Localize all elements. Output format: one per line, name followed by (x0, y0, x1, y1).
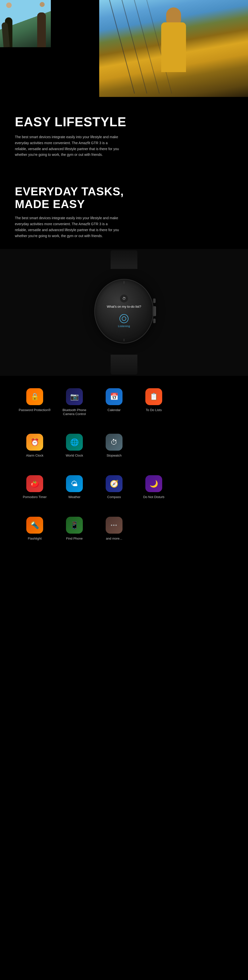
watch-mic-button (120, 314, 128, 323)
feature-icon-calendar: 📅 (106, 388, 123, 405)
feature-icon-compass: 🧭 (106, 475, 123, 492)
hero-image-man (99, 0, 248, 97)
watch-strap-bottom (111, 355, 137, 375)
watch-crown (153, 306, 156, 316)
feature-icon-password: 🔒 (26, 388, 43, 405)
feature-bluetooth-camera: 📷 Bluetooth Phone Camera Control (57, 388, 92, 417)
feature-icon-dnd: 🌙 (145, 475, 162, 492)
feature-label-weather: Weather (68, 495, 81, 499)
feature-icon-more: ••• (106, 517, 123, 534)
feature-todo-lists: 📋 To Do Lists (136, 388, 171, 412)
feature-icon-flashlight: 🔦 (26, 517, 43, 534)
everyday-tasks-section: EVERYDAY TASKS, MADE EASY The best smart… (0, 170, 248, 249)
feature-world-clock: 🌐 World Clock (57, 434, 92, 458)
everyday-tasks-description: The best smart devices integrate easily … (15, 215, 119, 239)
watch-section: ⏱ What's on my to-do list? Listening (0, 249, 248, 376)
watch-mic-inner (122, 317, 126, 321)
feature-label-stopwatch: Stopwatch (107, 453, 122, 458)
feature-do-not-disturb: 🌙 Do Not Disturb (136, 475, 171, 499)
features-row-2: ⏰ Alarm Clock 🌐 World Clock ⏱ Stopwatch (15, 434, 233, 465)
feature-icon-weather: 🌤 (66, 475, 83, 492)
easy-lifestyle-title: EASY LIFESTYLE (15, 115, 233, 129)
feature-compass: 🧭 Compass (97, 475, 131, 499)
watch-screen-icon: ⏱ (120, 294, 128, 302)
watch-strap-top (111, 250, 137, 269)
feature-calendar: 📅 Calendar (97, 388, 131, 412)
feature-icon-find-phone: 📱 (66, 517, 83, 534)
feature-icon-world-clock: 🌐 (66, 434, 83, 450)
feature-label-pomodoro: Pomodoro Timer (23, 495, 47, 499)
feature-icon-stopwatch: ⏱ (106, 434, 123, 450)
feature-label-compass: Compass (107, 495, 121, 499)
feature-label-more: and more... (106, 536, 122, 541)
feature-icon-todo: 📋 (145, 388, 162, 405)
hero-section (0, 0, 248, 97)
feature-label-find-phone: Find Phone (66, 536, 83, 541)
feature-label-bluetooth: Bluetooth Phone Camera Control (57, 408, 92, 417)
features-row-3: 🍅 Pomodoro Timer 🌤 Weather 🧭 Compass 🌙 D… (15, 475, 233, 507)
feature-label-alarm: Alarm Clock (26, 453, 43, 458)
feature-weather: 🌤 Weather (57, 475, 92, 499)
feature-pomodoro: 🍅 Pomodoro Timer (17, 475, 52, 499)
everyday-tasks-title: EVERYDAY TASKS, MADE EASY (15, 185, 233, 210)
feature-flashlight: 🔦 Flashlight (17, 517, 52, 541)
feature-stopwatch: ⏱ Stopwatch (97, 434, 131, 458)
features-row-1: 🔒 Password Protection® 📷 Bluetooth Phone… (15, 388, 233, 424)
watch-button-bottom (153, 319, 155, 323)
feature-icon-bluetooth: 📷 (66, 388, 83, 405)
feature-label-world-clock: World Clock (66, 453, 83, 458)
hero-image-people (0, 0, 51, 47)
easy-lifestyle-description: The best smart devices integrate easily … (15, 134, 119, 158)
features-section: 🔒 Password Protection® 📷 Bluetooth Phone… (0, 376, 248, 563)
feature-label-flashlight: Flashlight (28, 536, 42, 541)
feature-icon-pomodoro: 🍅 (26, 475, 43, 492)
watch-display: ⏱ What's on my to-do list? Listening (82, 264, 166, 358)
feature-icon-alarm: ⏰ (26, 434, 43, 450)
feature-password-protection: 🔒 Password Protection® (17, 388, 52, 412)
feature-label-calendar: Calendar (107, 408, 121, 412)
watch-prompt-text: What's on my to-do list? (107, 304, 141, 309)
feature-alarm-clock: ⏰ Alarm Clock (17, 434, 52, 458)
feature-label-dnd: Do Not Disturb (143, 495, 164, 499)
feature-and-more: ••• and more... (97, 517, 131, 541)
feature-find-phone: 📱 Find Phone (57, 517, 92, 541)
watch-body: ⏱ What's on my to-do list? Listening (94, 279, 154, 344)
feature-label-todo: To Do Lists (146, 408, 162, 412)
feature-label-password: Password Protection® (19, 408, 51, 412)
watch-button-top (153, 299, 155, 303)
features-row-4: 🔦 Flashlight 📱 Find Phone ••• and more..… (15, 517, 233, 548)
easy-lifestyle-section: EASY LIFESTYLE The best smart devices in… (0, 97, 248, 170)
watch-listening-label: Listening (107, 325, 141, 328)
watch-screen: ⏱ What's on my to-do list? Listening (104, 292, 144, 330)
